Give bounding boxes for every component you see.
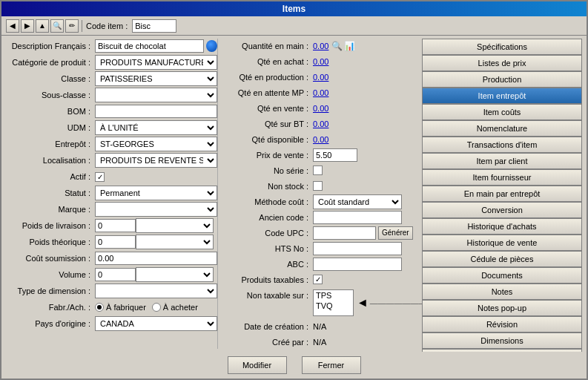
volume-select[interactable] [136, 267, 214, 282]
toolbar: ◀ ▶ ▲ 🔍 ✏ Code item : [1, 16, 587, 36]
magnify-icon[interactable]: 🔍 [331, 41, 343, 51]
sidebar-btn-listes-prix[interactable]: Listes de prix [422, 55, 582, 71]
sidebar-btn-historique-vente[interactable]: Historique de vente [422, 235, 582, 251]
poids-theorique-select[interactable] [136, 235, 214, 249]
sidebar-btn-dimensions[interactable]: Dimensions [422, 332, 582, 349]
generer-button[interactable]: Générer [378, 226, 413, 240]
categorie-select[interactable]: PRODUITS MANUFACTURÉS [95, 55, 217, 70]
acheter-option[interactable]: À acheter [152, 303, 198, 312]
sidebar-btn-notes[interactable]: Notes [422, 284, 582, 300]
poids-livraison-label: Poids de livraison : [6, 221, 95, 230]
sidebar-btn-item-couts[interactable]: Item coûts [422, 104, 582, 120]
prix-vente-label: Prix de vente : [224, 151, 313, 160]
qte-main-label: Quantité en main : [224, 42, 313, 50]
localisation-select[interactable]: PRODUITS DE REVENTE STG [95, 153, 217, 168]
forward-button[interactable]: ▶ [21, 19, 34, 33]
hts-no-input[interactable] [313, 242, 402, 255]
methode-cout-select[interactable]: Coût standard [313, 194, 402, 209]
non-taxable-list[interactable]: TPS TVQ [313, 289, 354, 316]
qte-main-value[interactable]: 0.00 [313, 42, 328, 50]
edit-button[interactable]: ✏ [65, 19, 79, 33]
type-dimension-select[interactable] [95, 284, 217, 298]
fabriquer-option[interactable]: À fabriquer [95, 303, 146, 312]
chart-icon[interactable]: 📊 [344, 41, 355, 51]
produits-taxables-checkbox[interactable] [313, 275, 323, 284]
poids-livraison-input[interactable] [95, 219, 136, 232]
qte-attente-mp-value[interactable]: 0.00 [313, 88, 328, 97]
fabriquer-radio[interactable] [95, 303, 104, 312]
qte-production-value[interactable]: 0.00 [313, 73, 328, 82]
poids-livraison-select[interactable] [136, 218, 214, 233]
sidebar-btn-transactions-item[interactable]: Transactions d'item [422, 137, 582, 153]
sidebar-btn-en-main-entrepot[interactable]: En main par entrepôt [422, 186, 582, 202]
sidebar-btn-production[interactable]: Production [422, 71, 582, 88]
entrepot-select[interactable]: ST-GEORGES [95, 137, 217, 151]
qte-disponible-value[interactable]: 0.00 [313, 135, 328, 144]
sidebar-btn-historique-achats[interactable]: Historique d'achats [422, 218, 582, 235]
sidebar-btn-notes-popup[interactable]: Notes pop-up [422, 300, 582, 316]
poids-theorique-label: Poids théorique : [6, 238, 95, 246]
sidebar-btn-item-entrepot[interactable]: Item entrepôt [422, 88, 582, 104]
bom-input[interactable] [95, 105, 217, 118]
sidebar-btn-documents[interactable]: Documents [422, 267, 582, 284]
classe-row: Classe : PATISSERIES [6, 71, 217, 86]
sidebar-btn-cedule-pieces[interactable]: Cédule de pièces [422, 251, 582, 267]
modifier-button[interactable]: Modifier [228, 356, 287, 374]
bom-row: BOM : [6, 104, 217, 119]
categorie-label: Catégorie de produit : [6, 58, 95, 67]
pays-origine-select[interactable]: CANADA [95, 316, 217, 331]
search-button[interactable]: 🔍 [50, 19, 64, 33]
volume-input[interactable] [95, 268, 136, 281]
fabriquer-label: À fabriquer [106, 303, 146, 312]
actif-row: Actif : [6, 169, 217, 184]
udm-select[interactable]: À L'UNITÉ [95, 120, 217, 135]
middle-form-column: Quantité en main : 0.00 🔍 📊 Qté en achat… [217, 39, 417, 349]
no-serie-checkbox[interactable] [313, 166, 323, 175]
produits-taxables-row: Produits taxables : [224, 272, 417, 286]
code-item-input[interactable] [132, 19, 176, 33]
poids-theorique-input[interactable] [95, 235, 136, 249]
main-content: Description Français : Catégorie de prod… [1, 36, 587, 352]
sous-classe-select[interactable] [95, 88, 217, 102]
sidebar-btn-conversion[interactable]: Conversion [422, 202, 582, 218]
abc-input[interactable] [313, 258, 402, 271]
sidebar-btn-item-fournisseur[interactable]: Item fournisseur [422, 169, 582, 186]
cout-soumission-label: Coût soumission : [6, 254, 95, 263]
sous-classe-row: Sous-classe : [6, 88, 217, 102]
up-button[interactable]: ▲ [36, 19, 49, 33]
hts-no-label: HTS No : [224, 244, 313, 253]
sidebar-btn-item-par-client[interactable]: Item par client [422, 153, 582, 169]
qte-vente-value[interactable]: 0.00 [313, 104, 328, 113]
fermer-button[interactable]: Fermer [302, 356, 361, 374]
description-input[interactable] [95, 39, 204, 53]
sidebar-btn-nomenclature[interactable]: Nomenclature [422, 120, 582, 137]
globe-icon[interactable] [206, 40, 217, 52]
statut-select[interactable]: Permanent [95, 186, 217, 200]
code-upc-input[interactable] [313, 226, 376, 240]
prix-vente-input[interactable] [313, 148, 357, 162]
title-bar: Items [1, 1, 587, 16]
prix-vente-row: Prix de vente : [224, 148, 417, 162]
qte-achat-value[interactable]: 0.00 [313, 57, 328, 66]
ancien-code-input[interactable] [313, 211, 402, 224]
code-item-label: Code item : [86, 22, 128, 30]
qte-bt-value[interactable]: 0.00 [313, 119, 328, 128]
toolbar-separator [82, 20, 83, 32]
sidebar-btn-specifications[interactable]: Spécifications [422, 39, 582, 55]
date-creation-label: Date de création : [224, 322, 313, 331]
classe-select[interactable]: PATISSERIES [95, 71, 217, 86]
qte-bt-row: Qté sur BT : 0.00 [224, 117, 417, 131]
main-window: Items ◀ ▶ ▲ 🔍 ✏ Code item : Description … [0, 0, 588, 380]
actif-checkbox[interactable] [95, 172, 105, 182]
back-button[interactable]: ◀ [6, 19, 19, 33]
non-stock-checkbox[interactable] [313, 181, 323, 191]
cree-par-row: Créé par : N/A [224, 335, 417, 349]
description-label: Description Français : [6, 42, 95, 50]
sidebar-btn-revision[interactable]: Révision [422, 316, 582, 332]
acheter-radio[interactable] [152, 303, 161, 312]
description-row: Description Français : [6, 39, 217, 53]
marque-select[interactable] [95, 202, 217, 217]
code-upc-label: Code UPC : [224, 229, 313, 238]
cout-soumission-input[interactable] [95, 252, 217, 265]
qte-disponible-row: Qté disponible : 0.00 [224, 132, 417, 146]
